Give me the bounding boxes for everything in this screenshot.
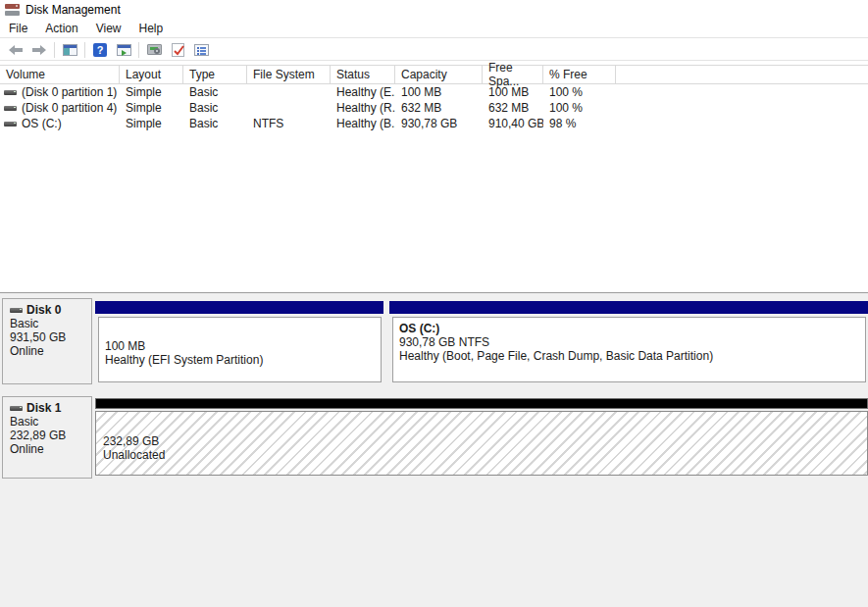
menu-bar: File Action View Help (0, 19, 868, 38)
unallocated-label: Unallocated (103, 448, 165, 462)
volume-list-pane: Volume Layout Type File System Status Ca… (0, 62, 868, 292)
cell-volume: OS (C:) (0, 117, 120, 130)
disk-icon (10, 406, 23, 411)
disk-management-window: Disk Management File Action View Help ? (0, 0, 868, 607)
cell-status: Healthy (E... (331, 85, 395, 99)
column-header-layout[interactable]: Layout (120, 66, 183, 83)
column-header-status[interactable]: Status (331, 66, 395, 83)
partition-size: 930,78 GB NTFS (399, 335, 859, 349)
volume-table-header: Volume Layout Type File System Status Ca… (0, 65, 868, 84)
disk-1-label[interactable]: Disk 1 Basic 232,89 GB Online (2, 396, 92, 479)
cell-layout: Simple (120, 117, 183, 130)
disk-size: 931,50 GB (10, 330, 91, 344)
cell-layout: Simple (120, 85, 183, 99)
details-view-icon[interactable] (190, 40, 212, 60)
disk-type: Basic (10, 317, 91, 330)
table-row[interactable]: (Disk 0 partition 1) Simple Basic Health… (0, 84, 868, 100)
unallocated-size: 232,89 GB (103, 434, 165, 448)
cell-pct-free: 100 % (543, 101, 616, 115)
partition-status: Healthy (EFI System Partition) (105, 353, 375, 367)
toolbar: ? (0, 39, 868, 61)
cell-pct-free: 100 % (543, 85, 616, 99)
volume-table-body: (Disk 0 partition 1) Simple Basic Health… (0, 84, 868, 131)
volume-icon (4, 90, 17, 95)
column-header-free-space[interactable]: Free Spa... (483, 66, 543, 83)
back-arrow-icon[interactable] (5, 40, 26, 60)
column-header-capacity[interactable]: Capacity (395, 66, 483, 83)
cell-free-space: 910,40 GB (483, 117, 543, 130)
cell-type: Basic (183, 101, 247, 115)
cell-status: Healthy (R... (331, 101, 395, 115)
console-tree-icon[interactable] (59, 40, 80, 60)
disk-icon (10, 308, 23, 313)
partition-status: Healthy (Boot, Page File, Crash Dump, Ba… (399, 349, 859, 363)
toolbar-separator (138, 42, 139, 58)
unallocated-hatch-area[interactable]: 232,89 GB Unallocated (95, 411, 868, 476)
disk-status: Online (10, 344, 91, 358)
disk-0-label[interactable]: Disk 0 Basic 931,50 GB Online (2, 298, 92, 384)
graphical-view-pane: Disk 0 Basic 931,50 GB Online 100 MB Hea… (0, 292, 868, 607)
window-title: Disk Management (26, 3, 121, 17)
column-header-file-system[interactable]: File System (247, 66, 331, 83)
action-pane-icon[interactable] (113, 40, 134, 60)
unallocated-region[interactable]: 232,89 GB Unallocated (95, 396, 868, 479)
partition-os-c[interactable]: OS (C:) 930,78 GB NTFS Healthy (Boot, Pa… (389, 298, 868, 384)
table-row[interactable]: OS (C:) Simple Basic NTFS Healthy (B... … (0, 116, 868, 131)
volume-icon (4, 106, 17, 111)
forward-arrow-icon[interactable] (28, 40, 50, 60)
disk-1-row: Disk 1 Basic 232,89 GB Online 232,89 GB … (2, 396, 868, 479)
column-header-pct-free[interactable]: % Free (543, 66, 616, 83)
menu-file[interactable]: File (0, 20, 36, 37)
toolbar-separator (84, 42, 85, 58)
disk-0-partitions: 100 MB Healthy (EFI System Partition) OS… (95, 298, 868, 384)
table-row[interactable]: (Disk 0 partition 4) Simple Basic Health… (0, 100, 868, 116)
menu-action[interactable]: Action (36, 20, 86, 37)
cell-status: Healthy (B... (331, 117, 395, 130)
disk-type: Basic (10, 415, 91, 429)
disk-management-icon (5, 4, 20, 16)
disk-status: Online (10, 442, 91, 456)
partition-efi[interactable]: 100 MB Healthy (EFI System Partition) (95, 298, 383, 384)
partition-status-strip (389, 301, 868, 314)
cell-free-space: 100 MB (483, 85, 543, 99)
cell-file-system: NTFS (247, 117, 331, 130)
cell-type: Basic (183, 117, 247, 130)
help-icon[interactable]: ? (89, 40, 111, 60)
toolbar-separator (54, 42, 55, 58)
menu-view[interactable]: View (87, 20, 130, 37)
cell-free-space: 632 MB (483, 101, 543, 115)
popup-window-icon[interactable] (143, 40, 165, 60)
cell-type: Basic (183, 85, 247, 99)
disk-size: 232,89 GB (10, 429, 91, 442)
cell-volume: (Disk 0 partition 4) (0, 101, 120, 115)
cell-pct-free: 98 % (543, 117, 616, 130)
partition-size: 100 MB (105, 339, 375, 353)
column-header-type[interactable]: Type (183, 66, 247, 83)
cell-capacity: 100 MB (395, 85, 483, 99)
menu-help[interactable]: Help (130, 20, 173, 37)
partition-status-strip (95, 301, 383, 314)
check-disk-icon[interactable] (167, 40, 188, 60)
cell-capacity: 930,78 GB (395, 117, 483, 130)
partition-title: OS (C:) (399, 322, 859, 335)
cell-layout: Simple (120, 101, 183, 115)
column-header-volume[interactable]: Volume (0, 66, 120, 83)
title-bar: Disk Management (0, 0, 868, 19)
unallocated-status-strip (95, 398, 868, 409)
column-header-filler (616, 66, 868, 83)
disk-0-row: Disk 0 Basic 931,50 GB Online 100 MB Hea… (2, 298, 868, 384)
cell-volume: (Disk 0 partition 1) (0, 85, 120, 99)
cell-capacity: 632 MB (395, 101, 483, 115)
volume-icon (4, 122, 17, 126)
